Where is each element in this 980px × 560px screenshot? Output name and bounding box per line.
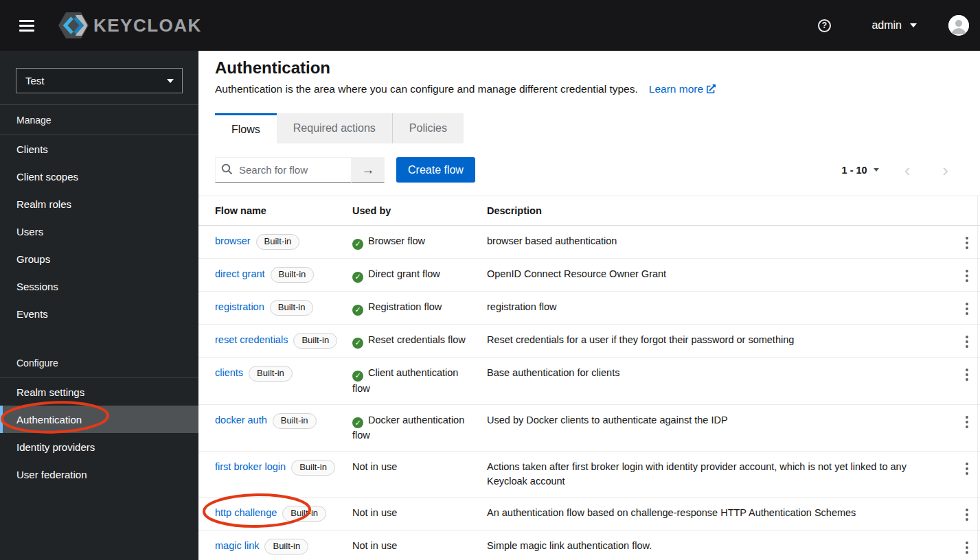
flow-link-direct-grant[interactable]: direct grant: [215, 268, 265, 279]
success-check-icon: ✓: [352, 371, 363, 382]
flow-description: browser based authentication: [487, 226, 942, 257]
main-content: Authentication Authentication is the are…: [198, 51, 980, 560]
success-check-icon: ✓: [352, 239, 363, 250]
kebab-menu-icon[interactable]: [942, 325, 980, 348]
nav-section-title: Configure: [0, 348, 198, 378]
top-bar: KEYCLOAK ? admin: [0, 0, 980, 51]
built-in-badge: Built-in: [249, 366, 293, 382]
sidebar-item-realm-roles[interactable]: Realm roles: [0, 190, 198, 218]
nav-section-configure: Configure Realm settings Authentication …: [0, 348, 198, 488]
table-row: docker authBuilt-in ✓Docker authenticati…: [198, 405, 980, 452]
built-in-badge: Built-in: [264, 539, 308, 555]
tab-bar: Flows Required actions Policies: [215, 113, 980, 143]
kebab-menu-icon[interactable]: [942, 498, 980, 521]
sidebar-item-groups[interactable]: Groups: [0, 245, 198, 272]
sidebar-item-user-federation[interactable]: User federation: [0, 460, 198, 488]
tab-flows[interactable]: Flows: [215, 113, 277, 143]
flow-link-reset-credentials[interactable]: reset credentials: [215, 334, 288, 345]
column-header-used-by: Used by: [352, 196, 487, 225]
used-by-label: Client authentication flow: [352, 367, 458, 394]
success-check-icon: ✓: [352, 417, 363, 428]
realm-selector[interactable]: Test: [16, 68, 183, 93]
page-header: Authentication Authentication is the are…: [198, 51, 980, 95]
table-row: direct grantBuilt-in ✓Direct grant flow …: [198, 259, 980, 292]
kebab-menu-icon[interactable]: [942, 259, 980, 282]
pagination: 1 - 10 ‹ ›: [842, 161, 964, 179]
table-row: http challengeBuilt-in Not in use An aut…: [198, 498, 980, 530]
sidebar-item-users[interactable]: Users: [0, 218, 198, 245]
flow-description: Base authentication for clients: [487, 358, 942, 388]
kebab-menu-icon[interactable]: [942, 452, 980, 475]
flow-description: registration flow: [487, 292, 942, 323]
table-row: clientsBuilt-in ✓Client authentication f…: [198, 358, 980, 405]
search-submit-button[interactable]: →: [352, 157, 385, 183]
sidebar-item-clients[interactable]: Clients: [0, 135, 198, 163]
pagination-next-button[interactable]: ›: [935, 161, 955, 179]
used-by-label: Docker authentication flow: [352, 415, 464, 441]
flow-description: OpenID Connect Resource Owner Grant: [487, 259, 942, 290]
realm-selector-block: Test: [0, 51, 198, 105]
built-in-badge: Built-in: [270, 300, 314, 316]
learn-more-link[interactable]: Learn more: [649, 83, 716, 95]
flow-description: Simple magic link authentication flow.: [487, 530, 942, 560]
pagination-prev-button[interactable]: ‹: [898, 161, 918, 179]
search-group: →: [215, 157, 385, 183]
chevron-down-icon: [910, 23, 917, 27]
flow-link-browser[interactable]: browser: [215, 235, 251, 246]
built-in-badge: Built-in: [282, 506, 326, 522]
sidebar-item-authentication[interactable]: Authentication: [0, 406, 198, 433]
table-row-magic-link: magic linkBuilt-in Not in use Simple mag…: [198, 530, 980, 560]
used-by-label: Registration flow: [368, 301, 442, 312]
help-icon[interactable]: ?: [817, 18, 832, 33]
flow-link-magic-link[interactable]: magic link: [215, 540, 259, 551]
flow-description: Actions taken after first broker login w…: [487, 452, 942, 497]
keycloak-logo: KEYCLOAK: [58, 12, 202, 39]
flow-link-docker-auth[interactable]: docker auth: [215, 415, 267, 425]
kebab-menu-icon[interactable]: [942, 405, 980, 428]
kebab-menu-icon[interactable]: [942, 358, 980, 381]
sidebar-nav: Test Manage Clients Client scopes Realm …: [0, 51, 198, 560]
flow-link-http-challenge[interactable]: http challenge: [215, 507, 277, 518]
flow-link-clients[interactable]: clients: [215, 367, 243, 378]
tab-required-actions[interactable]: Required actions: [277, 113, 392, 143]
sidebar-item-client-scopes[interactable]: Client scopes: [0, 163, 198, 190]
chevron-down-icon: [167, 79, 174, 83]
table-row: first broker loginBuilt-in Not in use Ac…: [198, 452, 980, 498]
kebab-menu-icon[interactable]: [942, 226, 980, 249]
used-by-label: Not in use: [352, 507, 397, 518]
flow-link-first-broker-login[interactable]: first broker login: [215, 461, 286, 472]
search-input[interactable]: [215, 157, 352, 183]
built-in-badge: Built-in: [273, 413, 317, 429]
external-link-icon: [707, 84, 716, 93]
built-in-badge: Built-in: [291, 460, 335, 476]
table-toolbar: → Create flow 1 - 10 ‹ ›: [198, 143, 980, 196]
nav-section-title: Manage: [0, 105, 198, 135]
built-in-badge: Built-in: [256, 234, 300, 250]
used-by-label: Browser flow: [368, 235, 425, 246]
sidebar-item-identity-providers[interactable]: Identity providers: [0, 433, 198, 460]
flow-description: Reset credentials for a user if they for…: [487, 325, 942, 355]
built-in-badge: Built-in: [271, 267, 315, 283]
success-check-icon: ✓: [352, 305, 363, 316]
tab-policies[interactable]: Policies: [392, 113, 464, 143]
avatar[interactable]: [948, 15, 969, 36]
table-row: registrationBuilt-in ✓Registration flow …: [198, 292, 980, 325]
flow-description: Used by Docker clients to authenticate a…: [487, 405, 942, 436]
success-check-icon: ✓: [352, 272, 363, 283]
user-avatar-icon: [948, 15, 969, 36]
pagination-range-dropdown[interactable]: 1 - 10: [842, 165, 879, 176]
column-header-flow-name: Flow name: [215, 196, 352, 225]
page-description: Authentication is the area where you can…: [215, 83, 638, 95]
sidebar-item-events[interactable]: Events: [0, 300, 198, 327]
hamburger-icon[interactable]: [16, 17, 37, 34]
sidebar-item-realm-settings[interactable]: Realm settings: [0, 378, 198, 406]
flow-link-registration[interactable]: registration: [215, 301, 264, 312]
user-menu-dropdown[interactable]: admin: [871, 19, 917, 32]
used-by-label: Not in use: [352, 540, 397, 551]
sidebar-item-sessions[interactable]: Sessions: [0, 272, 198, 300]
create-flow-button[interactable]: Create flow: [396, 157, 475, 183]
table-header-row: Flow name Used by Description: [198, 196, 980, 226]
kebab-menu-icon[interactable]: [942, 292, 980, 315]
kebab-menu-icon[interactable]: [942, 530, 980, 554]
page-title: Authentication: [215, 58, 964, 78]
